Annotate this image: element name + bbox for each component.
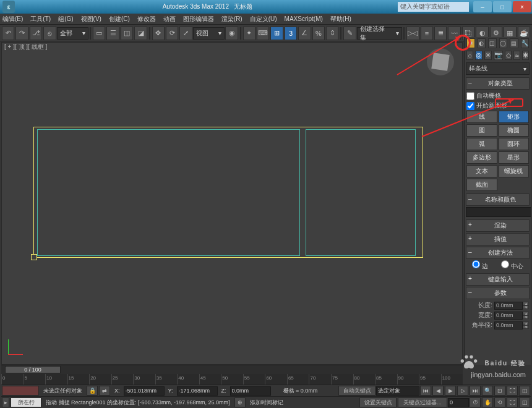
- select-button[interactable]: ▭: [93, 27, 105, 40]
- redo-button[interactable]: ↷: [15, 27, 28, 40]
- viewcube[interactable]: [427, 48, 454, 75]
- orbit-button[interactable]: ⟲: [494, 397, 505, 407]
- time-thumb[interactable]: 0 / 100: [5, 366, 61, 373]
- play-next-button[interactable]: ▷: [457, 386, 468, 396]
- modify-tab[interactable]: ◐: [478, 38, 486, 48]
- fov-button[interactable]: ◫: [519, 386, 530, 396]
- selection-filter-combo[interactable]: 全部: [57, 27, 89, 40]
- y-input[interactable]: [177, 386, 218, 396]
- viewport-label[interactable]: [ + ][ 顶 ][ 线框 ]: [4, 43, 47, 51]
- donut-button[interactable]: 圆环: [499, 138, 530, 150]
- time-slider[interactable]: 0 / 100 05101520253035404550556065707580…: [1, 365, 463, 385]
- star-button[interactable]: 星形: [499, 151, 530, 164]
- ellipse-button[interactable]: 椭圆: [499, 124, 530, 137]
- text-button[interactable]: 文本: [466, 165, 497, 177]
- pivot-button[interactable]: ◉: [225, 27, 238, 40]
- snap-3-button[interactable]: 3: [285, 27, 297, 40]
- menu-modifier[interactable]: 修改器: [137, 15, 156, 23]
- edit-named-sel-button[interactable]: ✎: [343, 27, 356, 40]
- min-toggle-button[interactable]: ◫: [519, 397, 530, 407]
- key-filter-combo[interactable]: [376, 386, 419, 396]
- shape-subtype-combo[interactable]: 样条线: [466, 62, 530, 75]
- close-button[interactable]: ×: [513, 1, 531, 12]
- undo-button[interactable]: ↶: [2, 27, 14, 40]
- play-prev-button[interactable]: ◀: [432, 386, 444, 396]
- lights-cat[interactable]: ☀: [484, 51, 492, 60]
- corner-spinner[interactable]: [494, 321, 523, 329]
- start-new-shape-checkbox[interactable]: 开始新图形: [466, 101, 529, 111]
- zoom-ext-button[interactable]: ⛶: [507, 386, 518, 396]
- systems-cat[interactable]: ✱: [522, 51, 529, 60]
- max-toggle-button[interactable]: ⛶: [507, 397, 518, 407]
- percent-snap-button[interactable]: %: [312, 27, 325, 40]
- maximize-button[interactable]: □: [493, 1, 512, 12]
- setkey-button[interactable]: 设置关键点: [359, 397, 397, 407]
- edge-radio[interactable]: 边: [472, 260, 488, 271]
- layer-button[interactable]: ≣: [434, 27, 447, 40]
- menu-edit[interactable]: 编辑(E): [2, 15, 23, 23]
- unlink-button[interactable]: ⎋: [43, 27, 56, 40]
- keyfilter-button[interactable]: 关键点过滤器...: [398, 397, 447, 407]
- addtime-button[interactable]: ⊕: [234, 397, 246, 407]
- object-name-input[interactable]: [466, 207, 531, 217]
- manip-button[interactable]: ✦: [243, 27, 255, 40]
- menu-animation[interactable]: 动画: [163, 15, 176, 23]
- autogrid-checkbox[interactable]: 自动栅格: [466, 91, 529, 101]
- menu-render[interactable]: 渲染(R): [221, 15, 242, 23]
- hierarchy-tab[interactable]: ◫: [488, 38, 497, 48]
- link-button[interactable]: ⎇: [30, 27, 42, 40]
- select-region-button[interactable]: ◫: [121, 27, 133, 40]
- display-tab[interactable]: ▤: [510, 38, 518, 48]
- pan-button[interactable]: ✋: [482, 397, 493, 407]
- menu-help[interactable]: 帮助(H): [330, 15, 351, 23]
- length-spinner[interactable]: [494, 302, 523, 310]
- menu-tools[interactable]: 工具(T): [30, 15, 51, 23]
- rollout-creation-method[interactable]: –创建方法: [466, 247, 530, 259]
- cameras-cat[interactable]: 📷: [494, 51, 503, 60]
- rollout-object-type[interactable]: –对象类型: [466, 77, 530, 90]
- line-button[interactable]: 线: [466, 111, 497, 123]
- play-start-button[interactable]: ⏮: [420, 386, 431, 396]
- menu-maxscript[interactable]: MAXScript(M): [285, 15, 323, 22]
- section-button[interactable]: 截面: [466, 179, 497, 191]
- script-listener[interactable]: [2, 386, 39, 396]
- utilities-tab[interactable]: 🔧: [521, 38, 530, 48]
- create-tab[interactable]: ✱: [466, 38, 475, 48]
- menu-views[interactable]: 视图(V): [81, 15, 101, 23]
- scale-button[interactable]: ⤢: [179, 27, 192, 40]
- play-end-button[interactable]: ⏭: [470, 386, 481, 396]
- rollout-interp[interactable]: +插值: [466, 233, 530, 245]
- selected-rectangle[interactable]: [33, 127, 423, 258]
- mirror-button[interactable]: ▷◁: [406, 27, 419, 40]
- lock-selection-button[interactable]: 🔒: [87, 386, 98, 396]
- abs-rel-button[interactable]: ⇄: [99, 386, 110, 396]
- motion-tab[interactable]: ◯: [499, 38, 508, 48]
- window-crossing-button[interactable]: ◪: [134, 27, 147, 40]
- play-button[interactable]: ▶: [445, 386, 456, 396]
- time-config-button[interactable]: ⏱: [470, 397, 481, 407]
- geometry-cat[interactable]: ○: [466, 51, 473, 60]
- autokey-button[interactable]: 自动关键点: [338, 386, 375, 396]
- listener-toggle[interactable]: ▸: [2, 397, 9, 407]
- center-radio[interactable]: 中心: [501, 260, 523, 271]
- arc-button[interactable]: 弧: [466, 138, 497, 150]
- move-button[interactable]: ✥: [152, 27, 165, 40]
- listener-label[interactable]: 所在行: [11, 397, 41, 407]
- named-sel-combo[interactable]: 创建选择集: [357, 27, 403, 40]
- zoom-all-button[interactable]: ⊡: [494, 386, 505, 396]
- circle-button[interactable]: 圆: [466, 124, 497, 137]
- menu-group[interactable]: 组(G): [58, 15, 73, 23]
- snap-toggle-button[interactable]: ⊞: [270, 27, 283, 40]
- helpers-cat[interactable]: ◇: [505, 51, 512, 60]
- z-input[interactable]: [230, 386, 271, 396]
- curve-editor-button[interactable]: 〰: [448, 27, 460, 40]
- current-frame-input[interactable]: [448, 398, 469, 407]
- rotate-button[interactable]: ⟳: [166, 27, 178, 40]
- helix-button[interactable]: 螺旋线: [499, 165, 530, 177]
- x-input[interactable]: [124, 386, 165, 396]
- rollout-keyboard[interactable]: +键盘输入: [466, 273, 530, 286]
- rectangle-button[interactable]: 矩形: [499, 111, 530, 123]
- menu-create[interactable]: 创建(C): [109, 15, 130, 23]
- width-spinner[interactable]: [494, 312, 523, 320]
- keyboard-shortcut-button[interactable]: ⌨: [257, 27, 269, 40]
